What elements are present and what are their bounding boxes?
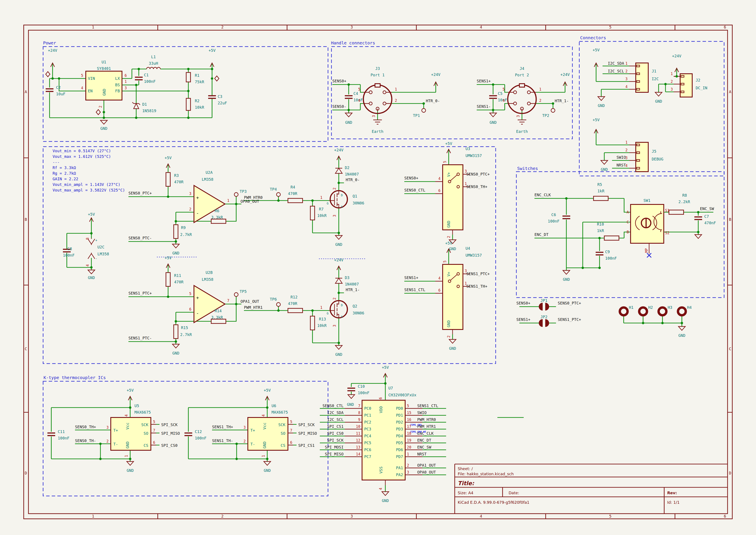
label-l1: L1	[151, 55, 156, 59]
title-date: Date:	[509, 491, 519, 495]
label-pwm-htr0: PWM_HTR0	[417, 417, 436, 422]
label-opa0-out: OPA0_OUT	[240, 199, 259, 204]
label-sens1-ctl: SENS1_CTL	[404, 288, 425, 292]
label-r12: R12	[290, 295, 298, 299]
label-3: 3	[351, 25, 353, 29]
earth-icon	[373, 120, 382, 124]
label-earth: Earth	[516, 129, 528, 134]
label-8: 8	[85, 238, 90, 240]
label-spi-sck: SPI_SCK	[161, 422, 177, 427]
title-file: File: hakko_station.kicad_sch	[458, 472, 514, 476]
label--: -	[95, 256, 97, 261]
label-100nf: 100nF	[358, 390, 369, 395]
label-+5v: +5V	[593, 48, 600, 52]
label-3: 3	[351, 514, 353, 519]
label-6: 6	[189, 307, 191, 311]
ic-U4	[443, 265, 463, 329]
label-5: 5	[443, 261, 447, 263]
label-1: 1	[395, 87, 397, 92]
label-u2b: U2B	[205, 270, 213, 275]
label-sens1-ctl: SENS1_CTL	[417, 404, 438, 408]
label-gnd: GND	[345, 120, 352, 125]
label-spi-cs1: SPI_CS1	[327, 424, 343, 429]
label-sw1: SW1	[643, 198, 651, 203]
label-sens1+: SENS1+	[516, 317, 530, 322]
label-pd0: PD0	[396, 406, 403, 410]
label-s2: S2	[665, 231, 669, 235]
label-4: 4	[85, 265, 90, 267]
label-470r: 470R	[288, 301, 297, 306]
label-tp1: TP1	[413, 113, 420, 118]
label-+: +	[95, 238, 97, 242]
label-en: EN	[88, 89, 93, 93]
label-3: 3	[407, 470, 409, 474]
label-r9: R9	[181, 225, 186, 230]
label-htr-1-: HTR_1-	[555, 99, 569, 103]
label-3: 3	[371, 115, 376, 117]
label-5: 5	[358, 87, 360, 92]
label-tim1-ch1: TIM1_CH1	[410, 424, 422, 426]
label-t-: T-	[251, 442, 255, 446]
label-t+: T+	[113, 428, 118, 433]
label-gnd: GND	[382, 498, 389, 503]
label-lx: LX	[115, 76, 120, 81]
label-u2a: U2A	[205, 170, 213, 175]
label-mp: MP	[644, 248, 649, 253]
label-pc3: PC3	[364, 427, 371, 431]
label-r10: R10	[597, 222, 604, 226]
label-tp4: TP4	[270, 187, 277, 191]
label-2: 2	[106, 439, 109, 443]
label-5: 5	[502, 87, 505, 92]
label-earth: Earth	[372, 129, 383, 134]
label-10uf: 10uF	[56, 92, 65, 96]
label-470r: 470R	[288, 191, 297, 196]
label-3: 3	[106, 425, 109, 430]
label-sens1-ptc-: SENS1_PTC-	[128, 336, 152, 340]
label-3: 3	[189, 191, 191, 196]
label-c6: C6	[551, 212, 556, 217]
label-5: 5	[290, 420, 292, 424]
label-c2: C2	[56, 85, 61, 90]
label-r6: R6	[215, 209, 219, 213]
label-vin: VIN	[88, 76, 95, 81]
label-lm358: LM358	[202, 277, 213, 282]
label-u1: U1	[101, 60, 106, 64]
label-enc-dt: ENC_DT	[534, 232, 549, 237]
label-enc-sw: ENC_SW	[417, 445, 431, 449]
label-sens0-ptc+: SENS0_PTC+	[558, 301, 581, 305]
label-sens0-th+: SENS0_TH+	[75, 425, 96, 429]
label-c: C	[25, 347, 27, 351]
label-r15: R15	[181, 325, 188, 330]
label-2: 2	[539, 98, 541, 103]
label-gnd: GND	[347, 402, 354, 407]
label-gnd: GND	[125, 441, 130, 449]
label-sens0-ptc+: SENS0_PTC+	[128, 191, 152, 195]
label-2: 2	[332, 297, 337, 300]
label-sens0+: SENS0+	[332, 79, 346, 83]
label-100nf: 100nF	[63, 253, 74, 258]
label-+5v: +5V	[165, 256, 172, 260]
mounting-hole-H4	[678, 307, 686, 315]
label-s: S	[341, 315, 343, 319]
label-spi-mosi: SPI_MOSI	[325, 445, 343, 449]
label-gnd: GND	[173, 251, 179, 255]
label-htr-0-: HTR_0-	[346, 178, 360, 182]
label-rf-3-3k-: Rf = 3.3kΩ	[53, 165, 76, 170]
label-gnd: GND	[655, 99, 662, 103]
section-box-handle	[332, 46, 572, 139]
label-2: 2	[446, 236, 451, 238]
label-gnd: GND	[598, 103, 605, 108]
label-c9: C9	[605, 249, 610, 254]
section-switches: Switches	[517, 166, 538, 171]
label-d2: D2	[345, 165, 350, 170]
label-spi-cs0: SPI_CS0	[161, 443, 177, 448]
label-1: 1	[124, 79, 127, 84]
label-spi-sck: SPI_SCK	[327, 438, 343, 442]
label-sens0-th-: SENS0_TH-	[75, 438, 96, 443]
label-sens1-: SENS1-	[477, 104, 491, 109]
label-15: 15	[407, 410, 411, 415]
label-4: 4	[502, 98, 505, 103]
section-box-connectors	[579, 42, 724, 176]
label-gnd: GND	[446, 221, 451, 228]
label-sens1-ptc+: SENS1_PTC+	[558, 317, 581, 322]
